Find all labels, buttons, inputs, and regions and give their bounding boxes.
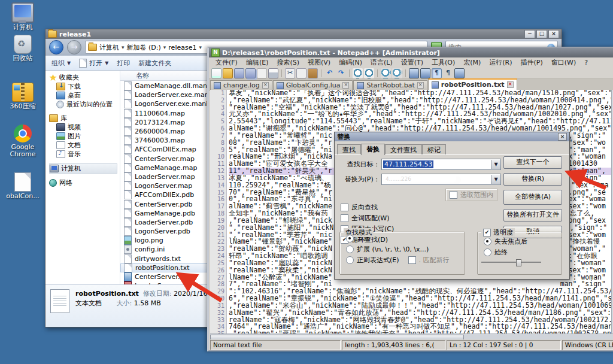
- menu-插件(P)[interactable]: 插件(P): [517, 58, 547, 67]
- close-button[interactable]: ×: [548, 30, 559, 38]
- sidebar-item[interactable]: 图片: [49, 132, 120, 141]
- dialog-tab-替换[interactable]: 替换: [361, 144, 385, 155]
- explorer-titlebar[interactable]: release1 − □ ×: [45, 29, 562, 39]
- chevron-down-icon[interactable]: ▼: [491, 175, 500, 184]
- zoom-in-icon[interactable]: [381, 68, 391, 78]
- breadcrumb-separator-icon[interactable]: ▾: [122, 44, 125, 50]
- save-all-icon[interactable]: [245, 68, 256, 78]
- doc-map-icon[interactable]: [454, 68, 465, 78]
- view-doc-icon[interactable]: [409, 68, 419, 78]
- transparency-checkbox[interactable]: ✔ 透明度: [481, 228, 515, 237]
- dialog-tab-标记[interactable]: 标记: [422, 144, 446, 154]
- sidebar-item-libraries[interactable]: 库: [49, 114, 120, 123]
- dialog-titlebar[interactable]: 替换 ×: [335, 132, 569, 141]
- chevron-down-icon[interactable]: ▼: [491, 160, 500, 169]
- print-icon[interactable]: [268, 68, 278, 78]
- sidebar-item[interactable]: 音乐: [49, 150, 120, 159]
- desktop-icon-zip[interactable]: 360压缩: [1, 83, 44, 110]
- tab-robotPosition.txt[interactable]: robotPosition.txt×: [428, 78, 517, 90]
- forward-button[interactable]: →: [67, 40, 81, 54]
- dialog-tab-查找[interactable]: 查找: [337, 144, 361, 154]
- desk-icon: [56, 92, 65, 99]
- menu-编码(N)[interactable]: 编码(N): [335, 58, 366, 67]
- cut-icon[interactable]: ✂: [285, 68, 295, 78]
- close-icon[interactable]: [257, 68, 267, 78]
- menu-宏(M)[interactable]: 宏(M): [459, 58, 485, 67]
- line-number: 4: [210, 111, 224, 118]
- radio-失去焦点后[interactable]: 失去焦点后: [484, 237, 562, 246]
- sidebar-item[interactable]: 最近访问的位置: [49, 100, 120, 109]
- menu-视图(V)[interactable]: 视图(V): [304, 58, 335, 67]
- sidebar-item[interactable]: 视频: [49, 123, 120, 132]
- replace-all-open-button[interactable]: 替换所有打开文件: [503, 209, 562, 222]
- radio-始终[interactable]: 始终: [484, 248, 562, 257]
- desktop-icon-file[interactable]: obalCon...: [1, 172, 44, 200]
- menu-?[interactable]: ?: [580, 59, 592, 66]
- replace-all-button[interactable]: 全部替换(A): [503, 190, 562, 205]
- show-symbol-icon[interactable]: ¶: [443, 68, 453, 78]
- new-file-icon[interactable]: [211, 68, 221, 78]
- menu-文件(F)[interactable]: 文件(F): [211, 58, 242, 67]
- menu-搜索(S)[interactable]: 搜索(S): [272, 58, 304, 67]
- undo-icon[interactable]: ↶: [324, 68, 335, 78]
- line-number-gutter: 1234567891011121314151617181920212223242…: [210, 90, 227, 334]
- breadcrumb-separator-icon[interactable]: ▾: [163, 44, 166, 50]
- breadcrumb-segment[interactable]: 计算机: [99, 43, 119, 52]
- tab-close-icon[interactable]: ×: [507, 81, 514, 88]
- open-button[interactable]: 打开▼: [79, 59, 108, 68]
- replace-button[interactable]: 替换(R): [503, 173, 562, 186]
- slider-thumb[interactable]: [516, 259, 521, 266]
- tab-close-icon[interactable]: ×: [342, 82, 349, 89]
- tab-GlobalConfig.lua[interactable]: GlobalConfig.lua×: [273, 80, 353, 90]
- new-folder-button[interactable]: 新建文件夹: [138, 59, 171, 68]
- copy-icon[interactable]: [296, 68, 306, 78]
- tab-close-icon[interactable]: ×: [417, 82, 424, 89]
- back-button[interactable]: ←: [49, 40, 63, 54]
- breadcrumb-separator-icon[interactable]: ▾: [199, 44, 202, 50]
- print-button[interactable]: 打印: [117, 59, 130, 68]
- tab-StartRobot.bat[interactable]: StartRobot.bat×: [353, 80, 427, 90]
- tab-close-icon[interactable]: ×: [262, 82, 269, 89]
- dialog-close-button[interactable]: ×: [558, 133, 567, 141]
- sidebar-item[interactable]: 下载: [49, 82, 120, 91]
- sidebar-item[interactable]: 桌面: [49, 91, 120, 100]
- tab-change.log[interactable]: change.log×: [210, 80, 272, 90]
- find-icon[interactable]: [353, 68, 363, 78]
- breadcrumb-segment[interactable]: release1: [168, 44, 196, 51]
- sidebar-item-favorites[interactable]: 收藏夹: [49, 73, 120, 82]
- zoom-out-icon[interactable]: [392, 68, 402, 78]
- matches-newline-checkbox[interactable]: . 匹配新行: [408, 256, 450, 265]
- redo-icon[interactable]: ↷: [336, 68, 346, 78]
- replace-icon[interactable]: [364, 68, 374, 78]
- menu-语言(L)[interactable]: 语言(L): [366, 58, 397, 67]
- view-sync-icon[interactable]: [420, 68, 430, 78]
- menu-编辑(E)[interactable]: 编辑(E): [242, 58, 273, 67]
- word-wrap-icon[interactable]: ¶: [432, 68, 442, 78]
- menu-设置(T)[interactable]: 设置(T): [397, 58, 427, 67]
- breadcrumb-segment[interactable]: 新加卷 (D:): [127, 43, 161, 52]
- minimize-button[interactable]: −: [524, 30, 535, 38]
- find-next-button[interactable]: 查找下一个: [503, 156, 562, 169]
- maximize-button[interactable]: □: [536, 30, 547, 38]
- open-folder-icon[interactable]: [223, 68, 233, 78]
- sidebar-item-computer[interactable]: 计算机: [49, 163, 117, 174]
- dialog-tab-文件查找[interactable]: 文件查找: [385, 144, 422, 154]
- desktop-icon-computer[interactable]: 计算机: [1, 2, 44, 31]
- find-input[interactable]: 47.111.254.53 ▼: [381, 159, 501, 170]
- sidebar-item[interactable]: 文档: [49, 141, 120, 150]
- menu-运行(R)[interactable]: 运行(R): [485, 58, 516, 67]
- notepad-titlebar[interactable]: N D:\release1\robotPosition.txt - Notepa…: [209, 48, 613, 57]
- menu-工具(O)[interactable]: 工具(O): [427, 58, 459, 67]
- desktop-icon-chrome[interactable]: Google Chrome: [1, 125, 44, 158]
- desktop-icon-recycle[interactable]: 回收站: [1, 35, 44, 62]
- transparency-slider[interactable]: [481, 262, 541, 263]
- in-selection-checkbox[interactable]: 选取范围内: [445, 189, 497, 201]
- menu-窗口(W)[interactable]: 窗口(W): [547, 58, 580, 67]
- radio-扩展 (\n, \r, \t, \0, \x...)[interactable]: 扩展 (\n, \r, \t, \0, \x...): [346, 245, 465, 254]
- replace-input[interactable]: ▼: [381, 174, 501, 185]
- save-icon[interactable]: [234, 68, 244, 78]
- paste-icon[interactable]: [308, 68, 318, 78]
- organize-button[interactable]: 组织▼: [51, 59, 71, 68]
- radio-正则表达式(E)[interactable]: 正则表达式(E). 匹配新行: [346, 256, 465, 265]
- sidebar-item-network[interactable]: 网络: [49, 178, 120, 187]
